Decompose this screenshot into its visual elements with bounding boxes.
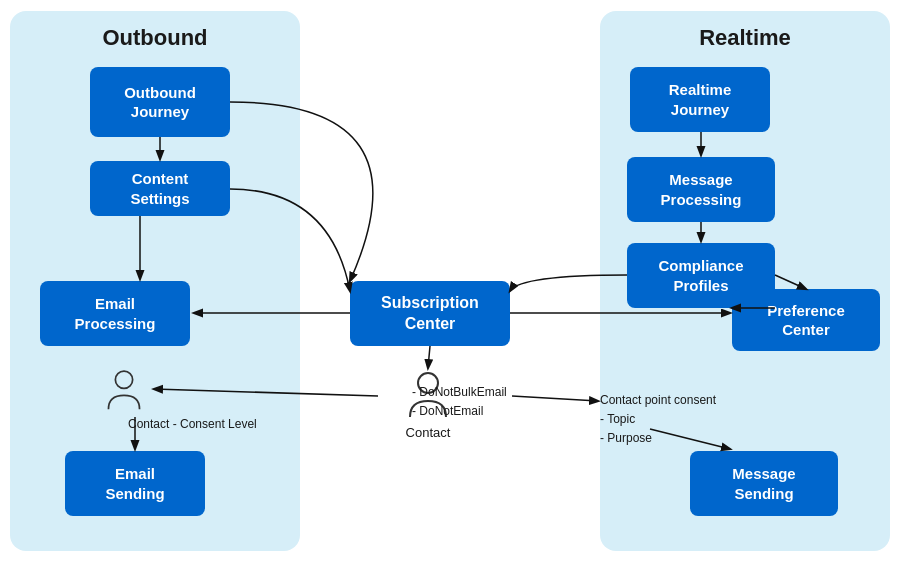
absolute-layer: Outbound Journey Content Settings Email … xyxy=(10,11,890,571)
message-sending-box: Message Sending xyxy=(690,451,838,516)
left-contact-label: Contact - Consent Level xyxy=(128,417,257,431)
contact-label: Contact xyxy=(378,425,478,440)
left-contact-figure xyxy=(105,369,143,417)
contact-point-prop-3: - Purpose xyxy=(600,429,716,448)
diagram-container: Outbound Realtime Outbound Journey Conte… xyxy=(10,11,890,571)
message-processing-box: Message Processing xyxy=(627,157,775,222)
svg-point-1 xyxy=(115,371,132,388)
svg-line-8 xyxy=(512,396,598,401)
subscription-center-box: Subscription Center xyxy=(350,281,510,346)
contact-prop-2: - DoNotEmail xyxy=(412,402,507,421)
contact-props-block: - DoNotBulkEmail - DoNotEmail xyxy=(412,383,507,421)
contact-prop-1: - DoNotBulkEmail xyxy=(412,383,507,402)
content-settings-box: Content Settings xyxy=(90,161,230,216)
svg-line-6 xyxy=(154,389,378,396)
contact-point-prop-2: - Topic xyxy=(600,410,716,429)
outbound-journey-box: Outbound Journey xyxy=(90,67,230,137)
svg-line-5 xyxy=(428,346,430,368)
email-processing-box: Email Processing xyxy=(40,281,190,346)
realtime-journey-box: Realtime Journey xyxy=(630,67,770,132)
left-contact-person-icon xyxy=(105,369,143,413)
contact-point-props: Contact point consent - Topic - Purpose xyxy=(600,391,716,449)
preference-center-box: Preference Center xyxy=(732,289,880,351)
contact-point-prop-1: Contact point consent xyxy=(600,391,716,410)
email-sending-box: Email Sending xyxy=(65,451,205,516)
svg-line-13 xyxy=(775,275,806,289)
